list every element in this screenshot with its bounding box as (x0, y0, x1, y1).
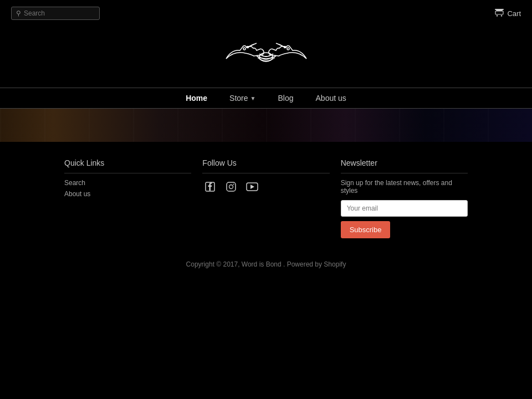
social-icons-group (202, 179, 329, 195)
svg-point-13 (287, 48, 289, 50)
nav-bar: Home Store ▼ Blog About us (0, 88, 532, 109)
hero-section (0, 109, 532, 142)
quick-links-col: Quick Links Search About us (64, 158, 191, 238)
follow-us-title: Follow Us (202, 158, 329, 173)
svg-point-4 (501, 15, 502, 16)
logo-area (0, 27, 532, 88)
svg-line-7 (251, 43, 257, 45)
svg-rect-0 (495, 9, 504, 10)
follow-us-col: Follow Us (202, 158, 329, 238)
quick-links-title: Quick Links (64, 158, 191, 173)
svg-marker-21 (250, 185, 254, 189)
newsletter-col: Newsletter Sign up for the latest news, … (341, 158, 468, 238)
search-form[interactable]: ⚲ (11, 7, 100, 20)
nav-item-blog[interactable]: Blog (278, 94, 293, 103)
cart-label: Cart (507, 9, 521, 18)
footer: Quick Links Search About us Follow Us (0, 142, 532, 249)
footer-link-search[interactable]: Search (64, 179, 191, 187)
newsletter-description: Sign up for the latest news, offers and … (341, 179, 468, 195)
newsletter-title: Newsletter (341, 158, 468, 173)
search-input[interactable] (24, 9, 88, 17)
svg-point-19 (233, 184, 234, 185)
copyright-text: Copyright © 2017, Word is Bond . Powered… (186, 260, 346, 268)
svg-line-12 (276, 43, 282, 45)
copyright: Copyright © 2017, Word is Bond . Powered… (0, 249, 532, 285)
svg-rect-17 (227, 182, 236, 191)
header: ⚲ Cart (0, 0, 532, 27)
svg-point-3 (497, 15, 498, 16)
footer-link-about[interactable]: About us (64, 190, 191, 198)
svg-point-8 (243, 48, 245, 50)
site-logo (222, 32, 310, 76)
facebook-icon[interactable] (202, 179, 218, 195)
svg-point-18 (229, 185, 233, 189)
nav-item-home[interactable]: Home (186, 94, 207, 103)
cart-area[interactable]: Cart (495, 9, 521, 18)
email-input[interactable] (341, 200, 468, 217)
nav-item-store[interactable]: Store ▼ (229, 94, 255, 103)
search-icon: ⚲ (16, 9, 21, 17)
svg-rect-2 (495, 11, 503, 14)
instagram-icon[interactable] (223, 179, 239, 195)
hero-image (0, 109, 532, 142)
svg-point-15 (259, 53, 273, 62)
subscribe-button[interactable]: Subscribe (341, 221, 391, 238)
cart-icon (495, 9, 504, 18)
store-dropdown-arrow: ▼ (250, 95, 256, 101)
youtube-icon[interactable] (244, 179, 260, 195)
nav-item-about[interactable]: About us (316, 94, 346, 103)
